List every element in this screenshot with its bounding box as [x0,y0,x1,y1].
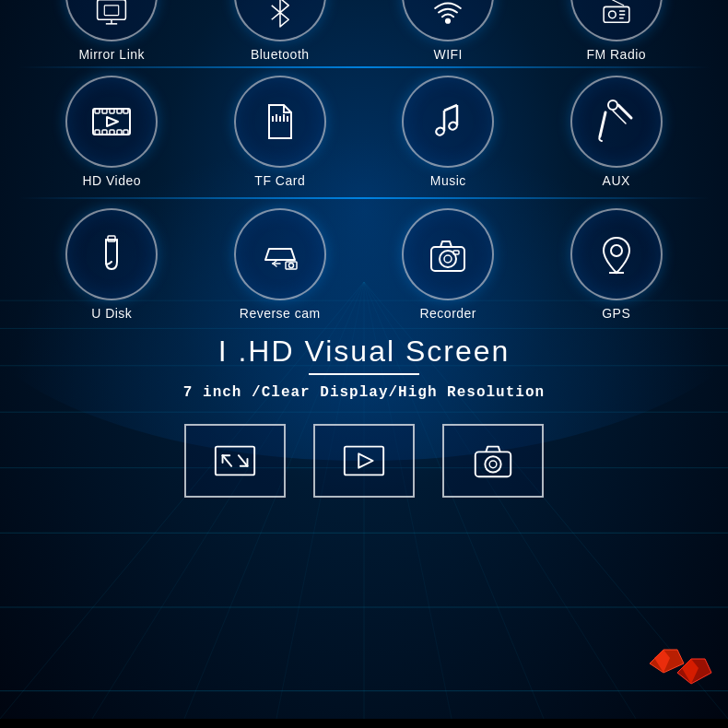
hd-video-item[interactable]: HD Video [65,76,158,188]
feature-section: I .HD Visual Screen 7 inch /Clear Displa… [18,321,710,410]
gps-circle [570,208,663,300]
mirror-link-icon [93,0,130,29]
mirror-link-label: Mirror Link [78,47,145,62]
hd-video-icon-svg [88,98,135,146]
fm-radio-icon [598,0,635,29]
svg-line-21 [272,5,280,12]
aux-icon-svg [593,98,640,146]
tf-card-item[interactable]: TF Card [234,76,326,188]
bottom-features-row [18,424,710,498]
section-divider-2 [18,197,710,199]
bluetooth-label: Bluetooth [251,47,310,62]
svg-line-29 [612,0,623,5]
svg-rect-34 [117,109,122,113]
hd-video-label: HD Video [82,173,141,188]
bluetooth-partial[interactable]: Bluetooth [234,0,326,62]
svg-point-51 [608,100,617,110]
svg-rect-38 [110,130,114,135]
gps-icon-svg [593,230,640,278]
hd-video-circle [65,76,158,168]
svg-line-49 [618,105,631,118]
aux-item[interactable]: AUX [570,76,663,188]
svg-point-74 [485,456,500,472]
tf-card-label: TF Card [254,173,305,188]
svg-rect-32 [102,109,107,113]
svg-point-23 [446,18,451,23]
svg-point-55 [288,264,293,268]
gps-label: GPS [602,306,630,321]
middle-icon-row: HD Video TF Card [18,76,710,188]
gps-item[interactable]: GPS [570,208,663,321]
reverse-cam-circle [234,208,326,300]
screen-size-box [184,424,286,498]
camera-bottom-icon [470,438,516,484]
svg-rect-17 [98,0,126,19]
music-item[interactable]: Music [402,76,494,188]
gems-decoration [645,645,719,700]
svg-rect-64 [216,447,254,476]
wifi-icon [429,0,466,29]
bluetooth-circle [234,0,326,41]
aux-circle [570,76,663,168]
u-disk-icon-svg [88,230,135,278]
svg-rect-35 [123,109,128,113]
reverse-cam-label: Reverse cam [240,306,321,321]
svg-point-75 [489,461,497,468]
top-partial-row: Mirror Link Bluetooth [18,0,710,62]
svg-rect-36 [95,130,100,135]
svg-line-22 [272,12,280,19]
video-play-icon [341,438,387,484]
svg-marker-72 [358,453,372,467]
svg-rect-40 [123,130,128,135]
svg-marker-41 [107,117,118,126]
svg-rect-30 [93,109,130,135]
feature-subtitle: 7 inch /Clear Display/High Resolution [37,384,691,401]
svg-line-68 [239,455,248,466]
wifi-label: WIFI [433,47,463,62]
svg-rect-39 [117,130,122,135]
fm-radio-partial[interactable]: FM Radio [570,0,663,62]
svg-rect-18 [105,5,119,15]
svg-point-60 [444,255,452,263]
bluetooth-icon [262,0,299,29]
camera-bottom-box [442,424,544,498]
svg-point-25 [608,11,616,18]
gems-svg [645,645,719,700]
svg-point-62 [611,245,622,256]
svg-rect-37 [102,130,107,135]
svg-rect-33 [110,109,114,113]
music-label: Music [430,173,466,188]
music-circle [402,76,494,168]
recorder-circle [402,208,494,300]
feature-divider [309,373,419,375]
fm-radio-label: FM Radio [586,47,646,62]
bottom-icon-row: U Disk [18,208,710,321]
reverse-cam-icon-svg [256,230,304,278]
wifi-partial[interactable]: WIFI [402,0,494,62]
u-disk-circle [65,208,158,300]
reverse-cam-item[interactable]: Reverse cam [234,208,326,321]
screen-size-icon [212,438,258,484]
tf-card-circle [234,76,326,168]
recorder-item[interactable]: Recorder [402,208,494,321]
section-divider-1 [18,66,710,68]
mirror-link-partial[interactable]: Mirror Link [65,0,158,62]
svg-line-50 [613,111,626,123]
tf-card-icon-svg [256,98,304,146]
aux-label: AUX [603,173,630,188]
u-disk-item[interactable]: U Disk [65,208,158,321]
wifi-circle [402,0,494,41]
feature-title: I .HD Visual Screen [37,335,691,369]
svg-rect-71 [345,447,383,476]
mirror-link-circle [65,0,158,41]
u-disk-label: U Disk [91,306,132,321]
video-play-box [313,424,415,498]
fm-radio-circle [570,0,663,41]
svg-rect-31 [95,109,100,113]
music-icon-svg [424,98,472,146]
recorder-icon-svg [424,230,472,278]
svg-line-65 [223,455,232,466]
recorder-label: Recorder [419,306,476,321]
